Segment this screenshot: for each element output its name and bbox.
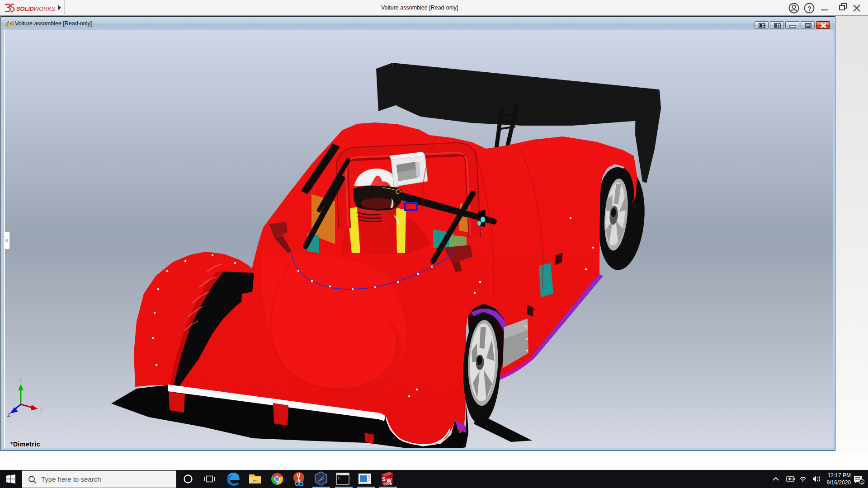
svg-text:?: ? [807,5,811,12]
svg-text:X: X [40,408,43,413]
svg-text:Y: Y [19,378,23,383]
svg-text:>_: >_ [338,476,342,480]
svg-text:1: 1 [861,480,863,484]
svg-text:2020: 2020 [383,482,392,486]
svg-text:C:\_: C:\_ [337,474,342,476]
svg-text:Z: Z [7,412,10,418]
